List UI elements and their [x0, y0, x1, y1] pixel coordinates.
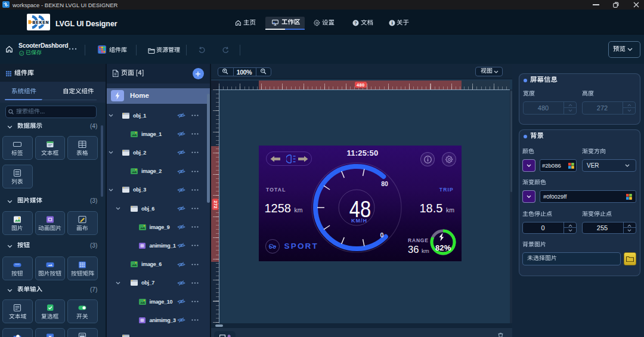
- svg-text:BEKEN: BEKEN: [33, 20, 49, 24]
- svg-text:?: ?: [354, 21, 357, 25]
